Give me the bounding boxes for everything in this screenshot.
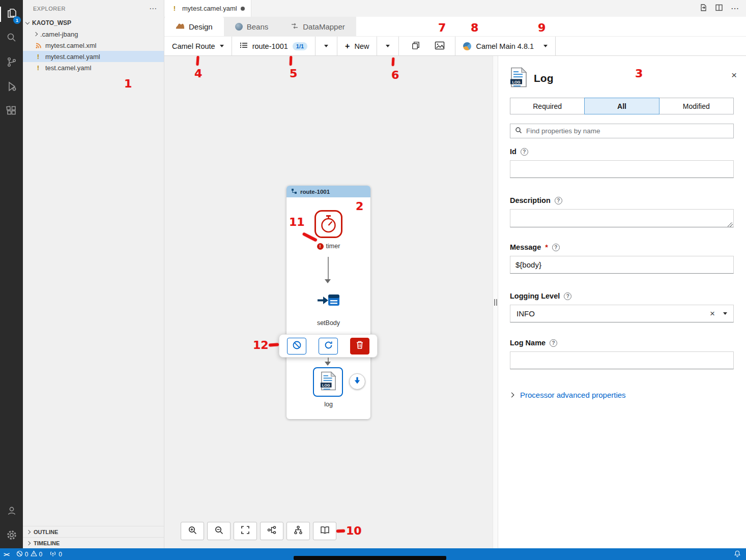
extensions-activity-button[interactable] [0,100,23,124]
chevron-right-icon [26,541,31,545]
id-label: Id [510,148,517,156]
resize-grip-icon[interactable] [728,222,733,227]
notifications-indicator[interactable] [734,550,746,559]
timer-node-label[interactable]: ! timer [286,243,370,250]
tab-design[interactable]: Design [164,17,224,36]
new-button-caret[interactable] [377,37,398,55]
zoom-in-icon [188,525,197,537]
delete-step-button[interactable] [350,338,369,355]
editor-tab-mytest-yaml[interactable]: ! mytest.camel.yaml [164,0,251,17]
warning-file-icon: ! [34,64,42,72]
copy-flow-button[interactable] [407,39,423,54]
message-input[interactable] [510,256,734,274]
log-node-label[interactable]: log [286,401,370,408]
chevron-down-icon [543,45,548,47]
route-selector-main[interactable]: route-1001 1/1 [232,37,315,55]
clear-selection-icon[interactable]: × [710,309,715,318]
problems-indicator[interactable]: 0 0 [13,548,46,560]
zoom-in-button[interactable] [181,522,204,540]
outline-label: OUTLINE [34,529,58,535]
replace-step-button[interactable] [319,338,338,355]
settings-button[interactable] [0,524,23,548]
setbody-node-label[interactable]: setBody [286,319,370,327]
disable-step-button[interactable] [287,338,306,355]
collapse-step-button[interactable] [349,373,365,390]
file-row-mytest-yaml[interactable]: ! mytest.camel.yaml [23,51,164,62]
tab-modified[interactable]: Modified [659,98,734,114]
file-row-camel-jbang[interactable]: .camel-jbang [23,28,164,40]
description-textarea[interactable] [510,209,734,227]
log-name-input[interactable] [510,351,734,369]
file-row-test-yaml[interactable]: ! test.camel.yaml [23,62,164,73]
id-input[interactable] [510,160,734,178]
timeline-section[interactable]: TIMELINE [23,537,164,548]
accounts-button[interactable] [0,499,23,524]
source-control-activity-button[interactable] [0,51,23,75]
setbody-node[interactable] [313,286,343,317]
vscode-window: 1 [0,0,746,560]
bell-icon [734,550,741,559]
vertical-layout-icon [294,525,303,537]
zoom-out-button[interactable] [207,522,231,540]
route-selector-caret[interactable] [315,37,337,55]
open-changes-icon[interactable] [699,4,707,14]
remote-icon: >< [4,551,9,557]
help-icon[interactable]: ? [550,339,557,347]
warning-file-icon: ! [170,5,179,12]
timer-node[interactable] [313,210,343,241]
flow-canvas[interactable]: route-1001 ! timer [164,56,493,548]
chevron-down-icon [324,45,328,47]
help-icon[interactable]: ? [564,292,571,300]
annotation-4: 4 [194,67,202,80]
bean-icon [235,23,243,31]
help-icon[interactable]: ? [552,244,560,251]
runtime-selector[interactable]: Camel Main 4.8.1 [455,37,556,55]
remote-indicator[interactable]: >< [0,548,13,560]
panel-splitter[interactable] [493,56,498,548]
explorer-header: EXPLORER ⋯ [23,0,164,17]
search-input[interactable] [526,127,729,135]
tab-all[interactable]: All [584,98,659,114]
tab-beans[interactable]: Beans [224,17,280,36]
close-panel-icon[interactable]: × [731,70,737,80]
ports-indicator[interactable]: 0 [46,548,66,560]
horizontal-layout-button[interactable] [260,522,283,540]
tab-required[interactable]: Required [510,98,585,114]
new-button[interactable]: + New [337,37,377,55]
explorer-activity-button[interactable]: 1 [0,2,23,26]
tab-datamapper[interactable]: DataMapper [279,17,356,36]
error-icon [16,550,23,558]
route-group-header[interactable]: route-1001 [286,186,370,197]
explorer-sidebar: EXPLORER ⋯ KAOTO_WSP .camel-jbang mytest… [23,0,164,548]
splitter-handle-icon [494,299,497,306]
refresh-icon [324,340,333,352]
fit-to-screen-button[interactable] [234,522,257,540]
dsl-selector[interactable]: Camel Route [164,37,232,55]
file-name: mytest.camel.xml [45,42,96,49]
field-id: Id ? [510,148,734,178]
error-count: 0 [25,551,28,558]
split-editor-icon[interactable] [715,4,723,14]
canvas-zoom-toolbar [181,522,336,540]
help-icon[interactable]: ? [521,148,528,156]
file-row-mytest-xml[interactable]: mytest.camel.xml [23,40,164,51]
workspace-folder-row[interactable]: KAOTO_WSP [23,17,164,28]
vertical-layout-button[interactable] [286,522,310,540]
logging-level-select[interactable]: INFO × [510,305,734,322]
run-debug-activity-button[interactable] [0,75,23,100]
annotation-12: 12 [253,339,269,351]
catalog-button[interactable] [313,522,336,540]
outline-section[interactable]: OUTLINE [23,526,164,537]
explorer-more-icon[interactable]: ⋯ [149,4,157,13]
annotation-3: 3 [635,67,643,80]
annotation-8: 8 [471,21,478,34]
advanced-properties-label: Processor advanced properties [520,391,626,399]
advanced-properties-toggle[interactable]: Processor advanced properties [510,391,626,399]
export-image-button[interactable] [432,39,448,54]
help-icon[interactable]: ? [555,197,562,204]
log-node[interactable]: LOG [313,367,343,397]
error-badge-icon: ! [317,243,324,250]
more-actions-icon[interactable]: ⋯ [731,4,739,13]
annotation-mark [392,57,395,66]
search-activity-button[interactable] [0,26,23,51]
